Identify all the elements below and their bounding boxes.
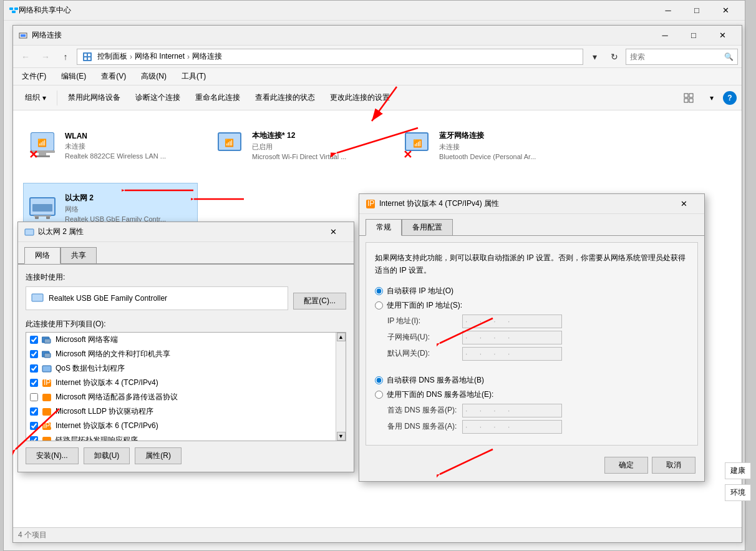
cb-ms-share[interactable]: [30, 350, 38, 358]
change-settings-btn[interactable]: 更改此连接的设置: [323, 88, 397, 108]
menu-bar: 文件(F) 编辑(E) 查看(V) 高级(N) 工具(T): [13, 68, 742, 85]
link-layer-label: 链路层拓扑发现响应程序: [56, 435, 138, 441]
ip-address-input[interactable]: · · · ·: [462, 315, 562, 328]
view-btn-2[interactable]: ▾: [703, 88, 720, 108]
tcp-cancel-btn[interactable]: 取消: [652, 457, 695, 474]
help-btn[interactable]: ?: [723, 91, 737, 105]
manual-dns-radio[interactable]: [375, 391, 383, 399]
eth-props-bottom-btns: 安装(N)... 卸载(U) 属性(R): [26, 441, 346, 464]
minimize-btn[interactable]: ─: [654, 1, 682, 21]
network-sharing-title: 网络和共享中心: [19, 5, 71, 16]
adapter-bluetooth[interactable]: 📶 ✕ 蓝牙网络连接 未连接 Bluetooth Device (Persona…: [397, 120, 572, 170]
eth2-info: 以太网 2 网络 Realtek USB GbE Family Contr...: [65, 193, 192, 223]
scroll-down-btn[interactable]: ▼: [337, 432, 346, 441]
tcp-close-btn[interactable]: ✕: [669, 194, 698, 214]
svg-rect-17: [39, 153, 46, 155]
svg-text:📶: 📶: [225, 138, 234, 147]
net-conn-minimize[interactable]: ─: [651, 26, 679, 46]
manual-dns-label: 使用下面的 DNS 服务器地址(E):: [387, 389, 493, 400]
gateway-input[interactable]: · · · ·: [462, 347, 562, 361]
up-btn[interactable]: ↑: [57, 48, 74, 66]
eth-props-close[interactable]: ✕: [319, 222, 347, 242]
diagnose-btn[interactable]: 诊断这个连接: [128, 88, 187, 108]
preferred-dns-input[interactable]: · · · ·: [462, 404, 562, 417]
cb-ms-multiplex[interactable]: [30, 393, 38, 401]
install-btn[interactable]: 安装(N)...: [26, 447, 79, 464]
scroll-up-btn[interactable]: ▲: [337, 333, 346, 341]
svg-rect-33: [25, 229, 34, 235]
menu-file[interactable]: 文件(F): [18, 70, 50, 83]
adapter-wlan[interactable]: 📶 ✕ WLAN 未连接 Realtek 8822CE Wireless LAN…: [23, 120, 198, 170]
menu-tools[interactable]: 工具(T): [178, 70, 210, 83]
cb-qos[interactable]: [30, 364, 38, 373]
menu-advanced[interactable]: 高级(N): [137, 70, 170, 83]
search-input[interactable]: [630, 52, 724, 61]
cb-ms-client[interactable]: [30, 336, 38, 344]
cb-ipv4[interactable]: [30, 379, 38, 387]
address-field[interactable]: 控制面板 › 网络和 Internet › 网络连接: [77, 49, 583, 65]
list-item-link-layer[interactable]: 链路层拓扑发现响应程序: [26, 433, 336, 441]
list-item-qos[interactable]: QoS 数据包计划程序: [26, 361, 336, 376]
bt-desc: Bluetooth Device (Personal Ar...: [439, 153, 551, 160]
tab-share[interactable]: 共享: [61, 247, 97, 263]
cb-link-layer[interactable]: [30, 436, 38, 441]
qos-icon: [42, 364, 52, 373]
svg-rect-1: [14, 7, 18, 10]
organize-btn[interactable]: 组织 ▾: [18, 88, 53, 108]
auto-ip-radio[interactable]: [375, 287, 383, 295]
cb-lldp[interactable]: [30, 407, 38, 416]
uninstall-btn[interactable]: 卸载(U): [84, 447, 130, 464]
adapter-row: Realtek USB GbE Family Controller 配置(C).…: [26, 286, 346, 315]
view-status-btn[interactable]: 查看此连接的状态: [248, 88, 322, 108]
eth2-name: 以太网 2: [65, 193, 192, 203]
properties-btn[interactable]: 属性(R): [135, 447, 182, 464]
config-btn[interactable]: 配置(C)...: [293, 293, 346, 310]
wlan-status: 未连接: [65, 142, 192, 151]
alternate-dns-input[interactable]: · · · ·: [462, 420, 562, 434]
tcp-tab-general[interactable]: 常规: [366, 219, 402, 236]
local12-icon-container: 📶: [216, 130, 246, 160]
list-item-lldp[interactable]: Microsoft LLDP 协议驱动程序: [26, 404, 336, 419]
address-bar: ← → ↑ 控制面板 › 网络和 Internet › 网络连接 ▾ ↻: [13, 46, 742, 68]
rename-btn[interactable]: 重命名此连接: [188, 88, 247, 108]
svg-rect-13: [689, 99, 693, 102]
address-dropdown[interactable]: ▾: [586, 48, 603, 66]
net-conn-close[interactable]: ✕: [708, 26, 737, 46]
list-item-ms-share[interactable]: Microsoft 网络的文件和打印机共享: [26, 347, 336, 361]
subnet-input[interactable]: · · · ·: [462, 331, 562, 344]
refresh-btn[interactable]: ↻: [606, 48, 623, 66]
bc-control-panel: 控制面板: [97, 51, 127, 62]
maximize-btn[interactable]: □: [682, 1, 711, 21]
menu-edit[interactable]: 编辑(E): [57, 70, 90, 83]
close-btn[interactable]: ✕: [711, 1, 740, 21]
cb-ipv6[interactable]: [30, 422, 38, 430]
tcp-dialog-title: Internet 协议版本 4 (TCP/IPv4) 属性: [379, 198, 499, 209]
adapter-local12[interactable]: 📶 本地连接* 12 已启用 Microsoft Wi-Fi Direct Vi…: [210, 120, 385, 170]
svg-rect-46: [42, 437, 51, 441]
forward-btn[interactable]: →: [37, 48, 54, 66]
svg-rect-42: [42, 394, 51, 401]
list-item-ms-client[interactable]: Microsoft 网络客端: [26, 333, 336, 347]
ms-client-label: Microsoft 网络客端: [56, 334, 118, 345]
menu-view[interactable]: 查看(V): [97, 70, 130, 83]
auto-dns-radio[interactable]: [375, 376, 383, 384]
items-scrollbar[interactable]: ▲ ▼: [336, 333, 346, 441]
disable-network-btn[interactable]: 禁用此网络设备: [61, 88, 127, 108]
conn-uses-label: 连接时使用:: [26, 272, 346, 283]
search-box[interactable]: 🔍: [626, 49, 738, 65]
view-btn-1[interactable]: [677, 88, 700, 108]
tcp-ok-btn[interactable]: 确定: [604, 457, 648, 474]
list-item-ipv6[interactable]: IP6 Internet 协议版本 6 (TCP/IPv6): [26, 419, 336, 433]
alternate-dns-label: 备用 DNS 服务器(A):: [387, 421, 462, 432]
tcp-bottom-btns: 确定 取消: [604, 457, 695, 474]
manual-ip-radio[interactable]: [375, 301, 383, 310]
eth2-status: 网络: [65, 205, 192, 214]
tab-network[interactable]: 网络: [24, 247, 61, 264]
tcp-tab-alternate[interactable]: 备用配置: [402, 219, 453, 235]
list-item-ipv4[interactable]: IP Internet 协议版本 4 (TCP/IPv4): [26, 376, 336, 390]
list-item-ms-multiplex[interactable]: Microsoft 网络适配器多路传送器协议: [26, 390, 336, 404]
net-conn-maximize[interactable]: □: [679, 26, 708, 46]
status-text: 4 个项目: [18, 530, 47, 540]
back-btn[interactable]: ←: [17, 48, 34, 66]
svg-rect-4: [21, 34, 26, 37]
